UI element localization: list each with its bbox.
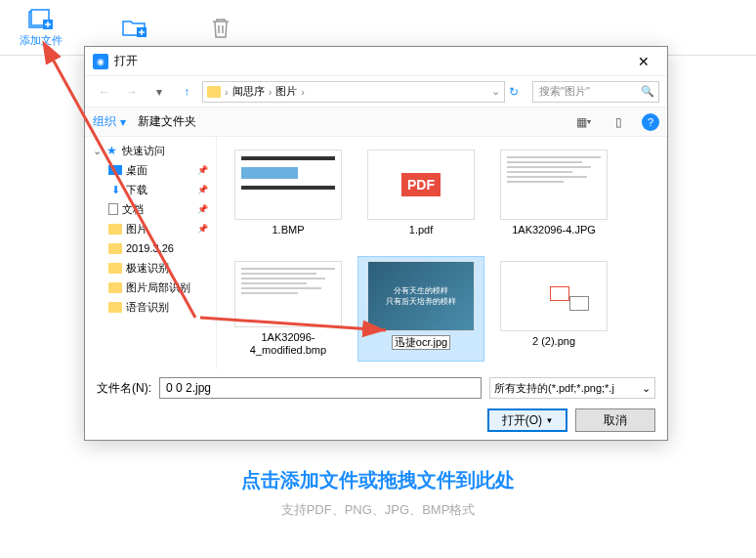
pin-icon: 📌 (197, 185, 208, 194)
open-button[interactable]: 打开(O) ▼ (487, 408, 567, 432)
nav-tree: ⌄★快速访问 桌面📌 ⬇下载📌 文档📌 图片📌 2019.3.26 极速识别 图… (85, 137, 217, 369)
pin-icon: 📌 (197, 165, 208, 175)
file-grid: 1.BMP PDF 1.pdf 1AK32096-4.JPG 1AK32096-… (217, 137, 667, 369)
add-file-button[interactable]: 添加文件 (20, 8, 63, 48)
path-sep: › (301, 86, 305, 98)
file-thumb (234, 150, 342, 220)
add-folder-button[interactable] (121, 16, 148, 39)
view-details-button[interactable]: ▯ (607, 112, 630, 132)
filename-label: 文件名(N): (97, 380, 151, 397)
split-arrow-icon: ▼ (545, 416, 553, 425)
drop-zone[interactable]: 点击添加文件或拖拽文件到此处 支持PDF、PNG、JPG、BMP格式 (0, 467, 756, 519)
file-item-selected[interactable]: 分有天生的模样只有后天培养的模样 迅捷ocr.jpg (357, 256, 484, 362)
path-segment-user[interactable]: 闻思序 (232, 84, 265, 99)
add-file-label: 添加文件 (20, 33, 63, 48)
dialog-icon: ◉ (93, 54, 108, 69)
drop-title: 点击添加文件或拖拽文件到此处 (0, 467, 756, 494)
nav-back-button[interactable]: ← (93, 80, 116, 104)
file-name: 1AK32096-4_modified.bmp (230, 331, 347, 357)
folder-icon (108, 242, 122, 254)
file-item[interactable]: 1AK32096-4.JPG (490, 145, 617, 250)
tree-folder-1[interactable]: 2019.3.26 (85, 238, 216, 258)
view-thumbnails-button[interactable]: ▦▾ (571, 112, 595, 132)
tree-documents[interactable]: 文档📌 (85, 199, 216, 219)
folder-icon (207, 86, 221, 98)
path-segment-folder[interactable]: 图片 (275, 84, 297, 99)
file-item[interactable]: 2 (2).png (490, 256, 617, 362)
nav-up-button[interactable]: ↑ (175, 80, 198, 104)
file-thumb: 分有天生的模样只有后天培养的模样 (367, 261, 475, 331)
tree-quick-access[interactable]: ⌄★快速访问 (85, 141, 216, 160)
command-bar: 组织 ▾ 新建文件夹 ▦▾ ▯ ? (85, 107, 667, 137)
file-thumb (500, 150, 608, 220)
pdf-badge: PDF (401, 173, 441, 196)
folder-icon (108, 281, 122, 293)
file-item[interactable]: PDF 1.pdf (357, 145, 484, 250)
organize-button[interactable]: 组织 ▾ (93, 113, 126, 130)
nav-bar: ← → ▾ ↑ › 闻思序 › 图片 › ⌄ ↻ 搜索"图片" 🔍 (85, 76, 667, 107)
document-icon (108, 203, 118, 215)
pictures-icon (108, 223, 122, 235)
folder-icon (108, 262, 122, 274)
drop-subtitle: 支持PDF、PNG、JPG、BMP格式 (0, 501, 756, 519)
nav-forward-button[interactable]: → (120, 80, 144, 104)
help-button[interactable]: ? (642, 113, 659, 131)
refresh-button[interactable]: ↻ (509, 85, 528, 99)
address-bar[interactable]: › 闻思序 › 图片 › ⌄ (202, 81, 505, 103)
tree-pictures[interactable]: 图片📌 (85, 219, 216, 238)
delete-button[interactable] (207, 16, 234, 39)
pin-icon: 📌 (197, 204, 208, 214)
file-item[interactable]: 1.BMP (225, 145, 352, 250)
chevron-down-icon: ⌄ (642, 382, 651, 395)
search-input[interactable]: 搜索"图片" 🔍 (532, 81, 659, 103)
dialog-footer: 文件名(N): 所有支持的(*.pdf;*.png;*.j ⌄ 打开(O) ▼ … (85, 369, 667, 440)
file-name: 迅捷ocr.jpg (392, 335, 450, 350)
desktop-icon (108, 165, 122, 175)
new-folder-button[interactable]: 新建文件夹 (138, 113, 196, 130)
dialog-title: 打开 (114, 53, 628, 69)
file-name: 1.pdf (409, 224, 433, 236)
cancel-button[interactable]: 取消 (575, 408, 655, 432)
file-name: 1AK32096-4.JPG (512, 224, 596, 236)
tree-desktop[interactable]: 桌面📌 (85, 160, 216, 180)
folder-icon (108, 301, 122, 313)
close-button[interactable]: ✕ (628, 49, 659, 74)
tree-folder-3[interactable]: 图片局部识别 (85, 278, 216, 297)
pin-icon: 📌 (197, 224, 208, 234)
file-name: 1.BMP (272, 224, 304, 236)
file-item[interactable]: 1AK32096-4_modified.bmp (225, 256, 352, 362)
file-thumb (234, 261, 342, 327)
tree-folder-4[interactable]: 语音识别 (85, 297, 216, 317)
tree-folder-2[interactable]: 极速识别 (85, 258, 216, 278)
path-sep: › (269, 86, 273, 98)
search-icon: 🔍 (641, 85, 654, 98)
filetype-select[interactable]: 所有支持的(*.pdf;*.png;*.j ⌄ (489, 377, 655, 399)
filename-input[interactable] (159, 377, 482, 399)
chevron-down-icon: ▾ (120, 115, 126, 129)
path-sep: › (225, 86, 229, 98)
dialog-titlebar: ◉ 打开 ✕ (85, 47, 667, 76)
file-name: 2 (2).png (532, 335, 575, 348)
open-file-dialog: ◉ 打开 ✕ ← → ▾ ↑ › 闻思序 › 图片 › ⌄ ↻ 搜索"图片" 🔍… (84, 46, 668, 441)
search-placeholder: 搜索"图片" (539, 84, 590, 99)
path-dropdown[interactable]: ⌄ (491, 85, 500, 98)
star-icon: ★ (105, 145, 118, 156)
download-icon: ⬇ (108, 184, 122, 195)
nav-history-button[interactable]: ▾ (147, 80, 171, 104)
tree-downloads[interactable]: ⬇下载📌 (85, 180, 216, 199)
file-thumb (500, 261, 608, 331)
file-thumb: PDF (367, 150, 475, 220)
